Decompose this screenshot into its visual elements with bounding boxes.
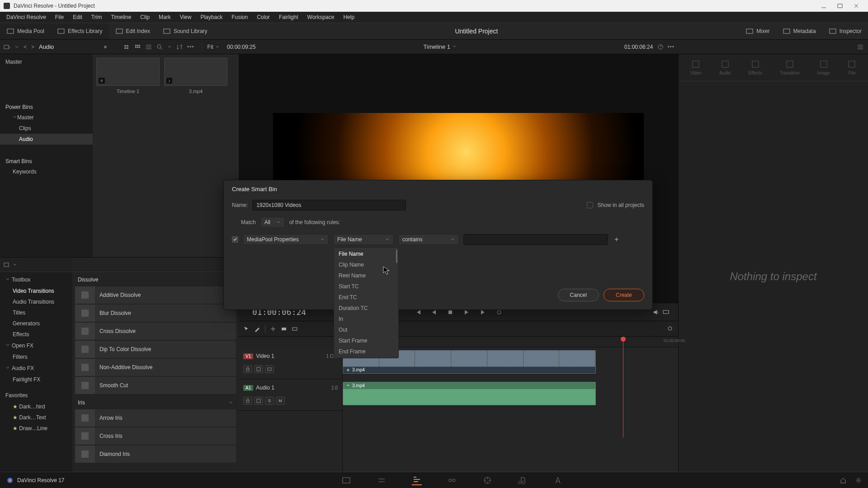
bin-clips[interactable]: Clips <box>0 123 93 134</box>
dropdown-item[interactable]: Reel Name <box>334 270 398 281</box>
menu-trim[interactable]: Trim <box>87 12 107 23</box>
bin-audio[interactable]: Audio <box>0 134 93 145</box>
media-page-icon[interactable] <box>341 475 351 485</box>
sort-icon[interactable] <box>176 44 183 50</box>
menu-clip[interactable]: Clip <box>136 12 154 23</box>
bin-master[interactable]: Master <box>0 56 93 68</box>
insert-icon[interactable] <box>270 326 276 332</box>
dropdown-item[interactable]: Duration TC <box>334 303 398 314</box>
fx-sub-fairlight-fx[interactable]: Fairlight FX <box>0 374 72 385</box>
fx-item[interactable]: Diamond Iris <box>75 446 236 463</box>
menu-edit[interactable]: Edit <box>68 12 87 23</box>
menu-workspace[interactable]: Workspace <box>303 12 339 23</box>
fairlight-page-icon[interactable] <box>518 475 528 485</box>
replace-icon[interactable] <box>292 326 298 332</box>
dropdown-item[interactable]: File Name <box>334 249 398 259</box>
fx-sub-effects[interactable]: Effects <box>0 329 72 340</box>
dropdown-item[interactable]: Clip Name <box>334 259 398 270</box>
fx-group-dissolve[interactable]: Dissolve <box>72 272 239 286</box>
dropdown-item[interactable]: Out <box>334 324 398 335</box>
thumbnail-view-icon[interactable] <box>124 44 130 50</box>
dropdown-item[interactable]: In <box>334 314 398 324</box>
cut-page-icon[interactable] <box>377 475 387 485</box>
chevron-down-icon[interactable] <box>167 45 172 49</box>
minimize-button[interactable] <box>816 0 832 12</box>
dropdown-item[interactable]: Start TC <box>334 281 398 292</box>
enable-button[interactable] <box>265 365 274 373</box>
timeline-clip[interactable]: 3.mp4 <box>343 382 596 405</box>
name-input[interactable] <box>252 200 406 211</box>
dropdown-item[interactable]: End TC <box>334 292 398 303</box>
clip-thumb[interactable]: ≡Timeline 1 <box>96 58 160 94</box>
toolbar-tab-effects-library[interactable]: Effects Library <box>51 23 108 39</box>
inspector-tab-effects[interactable]: Effects <box>749 60 762 75</box>
rule-value-input[interactable] <box>463 234 608 245</box>
toolbar-tab-edit-index[interactable]: Edit Index <box>109 23 156 39</box>
track-header-v1[interactable]: V1Video 11 Clip <box>239 347 342 379</box>
dropdown-item[interactable]: Start Frame <box>334 335 398 346</box>
dropdown-item[interactable]: End Frame <box>334 346 398 357</box>
inspector-tab-image[interactable]: Image <box>817 60 830 75</box>
fit-dropdown[interactable]: Fit <box>205 44 222 50</box>
fx-sub-audio-transitions[interactable]: Audio Transitions <box>0 296 72 307</box>
fx-item[interactable]: Cross Iris <box>75 427 236 445</box>
maximize-button[interactable] <box>832 0 848 12</box>
fx-item[interactable]: Cross Dissolve <box>75 323 236 340</box>
menu-file[interactable]: File <box>51 12 68 23</box>
fx-cat-audio-fx[interactable]: Audio FX <box>0 362 72 374</box>
volume-icon[interactable] <box>653 309 659 315</box>
fx-item[interactable]: Dip To Color Dissolve <box>75 341 236 358</box>
menu-view[interactable]: View <box>175 12 196 23</box>
toolbar-tab-media-pool[interactable]: Media Pool <box>0 23 51 39</box>
rule-op-select[interactable]: contains <box>398 234 459 245</box>
fx-sub-generators[interactable]: Generators <box>0 318 72 329</box>
menu-icon[interactable] <box>857 44 863 50</box>
rule-enable-checkbox[interactable] <box>232 236 238 243</box>
inspector-tab-video[interactable]: Video <box>690 60 702 75</box>
menu-help[interactable]: Help <box>339 12 359 23</box>
fx-fav[interactable]: ★ Dark…Text <box>0 412 72 423</box>
mute-button[interactable]: M <box>276 397 285 405</box>
fx-item[interactable]: Arrow Iris <box>75 409 236 427</box>
overwrite-icon[interactable] <box>281 326 287 332</box>
edit-page-icon[interactable] <box>412 475 422 485</box>
rule-source-select[interactable]: MediaPool Properties <box>243 234 329 245</box>
inspector-tab-transition[interactable]: Transition <box>780 60 800 75</box>
fx-sub-filters[interactable]: Filters <box>0 352 72 362</box>
lock-button[interactable] <box>243 397 252 405</box>
loop-icon[interactable] <box>657 44 664 50</box>
bin-keywords[interactable]: Keywords <box>0 166 93 177</box>
settings-icon[interactable] <box>855 477 862 483</box>
blade-tool-icon[interactable] <box>254 326 260 332</box>
auto-select-button[interactable] <box>254 365 263 373</box>
track-header-a1[interactable]: A1Audio 12.0SM <box>239 379 342 411</box>
fx-item[interactable]: Non-Additive Dissolve <box>75 359 236 376</box>
monitor-icon[interactable] <box>663 309 669 315</box>
menu-fairlight[interactable]: Fairlight <box>274 12 303 23</box>
fx-fav[interactable]: ★ Draw…Line <box>0 423 72 434</box>
close-button[interactable] <box>848 0 864 12</box>
fx-sub-titles[interactable]: Titles <box>0 307 72 318</box>
rule-field-select[interactable]: File Name File NameClip NameReel NameSta… <box>333 234 394 245</box>
add-rule-button[interactable]: + <box>613 235 620 244</box>
deliver-page-icon[interactable] <box>553 475 563 485</box>
menu-fusion[interactable]: Fusion <box>227 12 252 23</box>
fx-item[interactable]: Additive Dissolve <box>75 286 236 304</box>
menu-color[interactable]: Color <box>252 12 274 23</box>
create-button[interactable]: Create <box>604 289 644 301</box>
cancel-button[interactable]: Cancel <box>558 289 599 301</box>
zoom-icon[interactable] <box>667 326 674 332</box>
inspector-tab-file[interactable]: File <box>847 60 856 75</box>
fx-item[interactable]: Smooth Cut <box>75 377 236 394</box>
lock-button[interactable] <box>243 365 252 373</box>
bin-master-power[interactable]: Master <box>0 112 93 123</box>
fx-group-iris[interactable]: Iris <box>72 395 239 408</box>
fx-sub-video-transitions[interactable]: Video Transitions <box>0 286 72 296</box>
search-icon[interactable] <box>156 44 163 50</box>
fx-cat-toolbox[interactable]: Toolbox <box>0 274 72 286</box>
menu-mark[interactable]: Mark <box>154 12 175 23</box>
toolbar-tab-mixer[interactable]: Mixer <box>739 27 776 35</box>
menu-playback[interactable]: Playback <box>196 12 227 23</box>
menu-timeline[interactable]: Timeline <box>106 12 136 23</box>
toolbar-tab-sound-library[interactable]: Sound Library <box>156 23 214 39</box>
